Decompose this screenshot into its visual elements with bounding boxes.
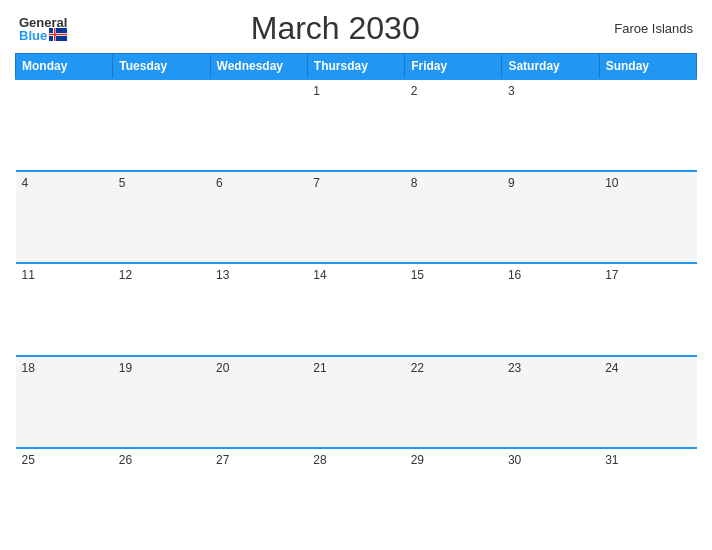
calendar-cell: 1 xyxy=(307,79,404,171)
header: General Blue March 2030 Faroe Islands xyxy=(15,10,697,47)
calendar-cell: 24 xyxy=(599,356,696,448)
calendar-cell: 29 xyxy=(405,448,502,540)
calendar-cell: 9 xyxy=(502,171,599,263)
weekday-header-saturday: Saturday xyxy=(502,54,599,80)
svg-rect-4 xyxy=(49,33,67,35)
day-number: 20 xyxy=(216,361,229,375)
day-number: 7 xyxy=(313,176,320,190)
day-number: 8 xyxy=(411,176,418,190)
calendar-title: March 2030 xyxy=(67,10,603,47)
calendar-table: MondayTuesdayWednesdayThursdayFridaySatu… xyxy=(15,53,697,540)
calendar-cell: 4 xyxy=(16,171,113,263)
day-number: 17 xyxy=(605,268,618,282)
calendar-cell: 15 xyxy=(405,263,502,355)
calendar-cell: 19 xyxy=(113,356,210,448)
day-number: 19 xyxy=(119,361,132,375)
weekday-header-friday: Friday xyxy=(405,54,502,80)
weekday-header-row: MondayTuesdayWednesdayThursdayFridaySatu… xyxy=(16,54,697,80)
day-number: 11 xyxy=(22,268,35,282)
calendar-cell: 25 xyxy=(16,448,113,540)
weekday-header-thursday: Thursday xyxy=(307,54,404,80)
day-number: 22 xyxy=(411,361,424,375)
day-number: 18 xyxy=(22,361,35,375)
day-number: 30 xyxy=(508,453,521,467)
calendar-cell xyxy=(210,79,307,171)
day-number: 3 xyxy=(508,84,515,98)
week-row-5: 25262728293031 xyxy=(16,448,697,540)
day-number: 16 xyxy=(508,268,521,282)
day-number: 14 xyxy=(313,268,326,282)
day-number: 31 xyxy=(605,453,618,467)
week-row-3: 11121314151617 xyxy=(16,263,697,355)
calendar-cell: 3 xyxy=(502,79,599,171)
calendar-cell xyxy=(16,79,113,171)
day-number: 15 xyxy=(411,268,424,282)
calendar-cell: 6 xyxy=(210,171,307,263)
calendar-cell: 17 xyxy=(599,263,696,355)
day-number: 9 xyxy=(508,176,515,190)
logo-flag-icon xyxy=(49,28,67,41)
day-number: 5 xyxy=(119,176,126,190)
calendar-cell: 10 xyxy=(599,171,696,263)
day-number: 29 xyxy=(411,453,424,467)
calendar-cell: 23 xyxy=(502,356,599,448)
page-wrapper: General Blue March 2030 Faroe Islands Mo… xyxy=(0,0,712,550)
day-number: 24 xyxy=(605,361,618,375)
calendar-cell: 5 xyxy=(113,171,210,263)
week-row-2: 45678910 xyxy=(16,171,697,263)
day-number: 21 xyxy=(313,361,326,375)
calendar-cell: 7 xyxy=(307,171,404,263)
day-number: 6 xyxy=(216,176,223,190)
day-number: 2 xyxy=(411,84,418,98)
calendar-cell: 16 xyxy=(502,263,599,355)
weekday-header-monday: Monday xyxy=(16,54,113,80)
logo: General Blue xyxy=(19,16,67,42)
weekday-header-wednesday: Wednesday xyxy=(210,54,307,80)
day-number: 27 xyxy=(216,453,229,467)
calendar-cell: 28 xyxy=(307,448,404,540)
calendar-cell: 14 xyxy=(307,263,404,355)
region-label: Faroe Islands xyxy=(603,21,693,36)
calendar-cell: 26 xyxy=(113,448,210,540)
day-number: 23 xyxy=(508,361,521,375)
day-number: 4 xyxy=(22,176,29,190)
week-row-1: 123 xyxy=(16,79,697,171)
day-number: 10 xyxy=(605,176,618,190)
calendar-cell: 30 xyxy=(502,448,599,540)
logo-line: Blue xyxy=(19,29,67,42)
calendar-cell: 21 xyxy=(307,356,404,448)
day-number: 1 xyxy=(313,84,320,98)
calendar-cell: 27 xyxy=(210,448,307,540)
weekday-header-sunday: Sunday xyxy=(599,54,696,80)
day-number: 13 xyxy=(216,268,229,282)
day-number: 26 xyxy=(119,453,132,467)
calendar-header: MondayTuesdayWednesdayThursdayFridaySatu… xyxy=(16,54,697,80)
calendar-cell: 8 xyxy=(405,171,502,263)
calendar-cell: 22 xyxy=(405,356,502,448)
calendar-cell: 31 xyxy=(599,448,696,540)
weekday-header-tuesday: Tuesday xyxy=(113,54,210,80)
week-row-4: 18192021222324 xyxy=(16,356,697,448)
day-number: 12 xyxy=(119,268,132,282)
day-number: 25 xyxy=(22,453,35,467)
calendar-cell: 11 xyxy=(16,263,113,355)
calendar-cell: 20 xyxy=(210,356,307,448)
calendar-cell: 18 xyxy=(16,356,113,448)
calendar-cell xyxy=(599,79,696,171)
calendar-cell: 2 xyxy=(405,79,502,171)
calendar-cell: 13 xyxy=(210,263,307,355)
calendar-body: 1234567891011121314151617181920212223242… xyxy=(16,79,697,540)
calendar-cell: 12 xyxy=(113,263,210,355)
logo-blue-text: Blue xyxy=(19,29,47,42)
day-number: 28 xyxy=(313,453,326,467)
calendar-cell xyxy=(113,79,210,171)
